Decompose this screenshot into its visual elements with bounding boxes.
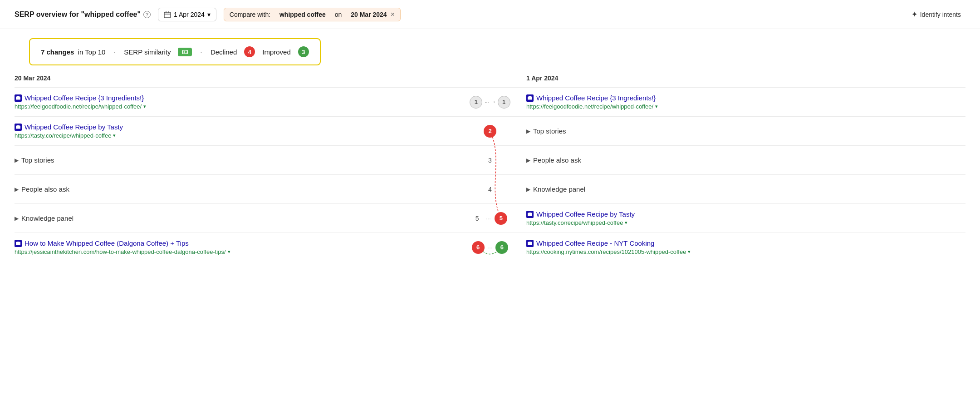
page-title: SERP overview for "whipped coffee" ?: [15, 10, 151, 19]
right-url-link[interactable]: https://tasty.co/recipe/whipped-coffee ▾: [526, 219, 965, 226]
chevron-down-icon: ▾: [207, 11, 211, 18]
feature-expand-icon[interactable]: ▶: [526, 157, 530, 163]
left-url-link[interactable]: https://feelgoodfoodie.net/recipe/whippe…: [15, 103, 463, 110]
left-title-link[interactable]: How to Make Whipped Coffee (Dalgona Coff…: [15, 239, 463, 247]
left-cell: Whipped Coffee Recipe by Tasty https://t…: [15, 123, 463, 139]
right-feature: ▶ People also ask: [526, 156, 965, 164]
rank-right-bubble: 5: [495, 212, 507, 225]
left-cell: ▶ Knowledge panel: [15, 214, 463, 222]
left-cell: ▶ People also ask: [15, 185, 463, 193]
left-feature: ▶ Knowledge panel: [15, 214, 463, 222]
comparison-area: 20 Mar 2024 1 Apr 2024 Whipped Coffee Re…: [0, 74, 980, 262]
right-cell: ▶ Top stories: [517, 127, 965, 135]
summary-box: 7 changes in Top 10 · SERP similarity 83…: [29, 38, 321, 65]
feature-name: Knowledge panel: [533, 185, 585, 193]
right-title-link[interactable]: Whipped Coffee Recipe by Tasty: [526, 210, 965, 218]
column-headers: 20 Mar 2024 1 Apr 2024: [15, 74, 965, 82]
identify-icon: ✦: [911, 10, 917, 19]
left-title-link[interactable]: Whipped Coffee Recipe {3 Ingredients!}: [15, 94, 463, 102]
date-picker-button[interactable]: 1 Apr 2024 ▾: [158, 8, 216, 21]
improved-count: 3: [298, 46, 309, 57]
feature-expand-icon[interactable]: ▶: [15, 186, 19, 193]
rank-left-num: 4: [485, 186, 495, 193]
right-url-link[interactable]: https://feelgoodfoodie.net/recipe/whippe…: [526, 103, 965, 110]
dotted-arrow: ···→: [484, 97, 495, 107]
right-title-link[interactable]: Whipped Coffee Recipe {3 Ingredients!}: [526, 94, 965, 102]
left-url-link[interactable]: https://jessicainthekitchen.com/how-to-m…: [15, 248, 463, 255]
compare-on: on: [335, 11, 342, 18]
serp-row: ▶ Knowledge panel 5 ··· 5 Whipped Coffee…: [15, 203, 965, 233]
close-compare-button[interactable]: ×: [391, 11, 395, 18]
page-icon: [15, 94, 22, 102]
url-text: https://feelgoodfoodie.net/recipe/whippe…: [15, 103, 142, 110]
page-icon: [526, 240, 534, 247]
middle-cell: 2: [463, 125, 517, 138]
changes-text: 7 changes in Top 10: [41, 48, 105, 56]
selected-date: 1 Apr 2024: [174, 11, 205, 18]
dropdown-icon[interactable]: ▾: [143, 104, 146, 109]
feature-expand-icon[interactable]: ▶: [15, 215, 19, 222]
page-header: SERP overview for "whipped coffee" ? 1 A…: [0, 0, 980, 29]
dropdown-icon[interactable]: ▾: [688, 249, 691, 255]
left-title-link[interactable]: Whipped Coffee Recipe by Tasty: [15, 123, 463, 131]
declined-label: Declined: [211, 48, 237, 56]
compare-keyword: whipped coffee: [279, 11, 326, 18]
feature-name: Top stories: [533, 127, 566, 135]
page-icon: [526, 211, 534, 218]
feature-name: Top stories: [21, 156, 54, 164]
feature-expand-icon[interactable]: ▶: [526, 186, 530, 193]
right-url-link[interactable]: https://cooking.nytimes.com/recipes/1021…: [526, 248, 965, 255]
separator-1: ·: [113, 47, 116, 57]
url-text: https://cooking.nytimes.com/recipes/1021…: [526, 248, 686, 255]
rows-container: Whipped Coffee Recipe {3 Ingredients!} h…: [15, 87, 965, 262]
right-cell: Whipped Coffee Recipe {3 Ingredients!} h…: [517, 94, 965, 110]
right-cell: ▶ Knowledge panel: [517, 185, 965, 193]
rank-left-num: 5: [473, 215, 482, 222]
right-title-link[interactable]: Whipped Coffee Recipe - NYT Cooking: [526, 239, 965, 247]
title-text: Whipped Coffee Recipe by Tasty: [24, 123, 123, 131]
page-icon: [15, 240, 22, 247]
declined-count: 4: [244, 46, 255, 57]
feature-name: People also ask: [21, 185, 69, 193]
similarity-score: 83: [178, 48, 191, 56]
feature-expand-icon[interactable]: ▶: [526, 128, 530, 134]
compare-date: 20 Mar 2024: [351, 11, 387, 18]
rank-right-bubble: 1: [498, 96, 510, 109]
separator-2: ·: [200, 47, 202, 57]
left-cell: How to Make Whipped Coffee (Dalgona Coff…: [15, 239, 463, 255]
url-text: https://tasty.co/recipe/whipped-coffee: [526, 219, 623, 226]
right-column-header: 1 Apr 2024: [517, 74, 965, 82]
dropdown-icon[interactable]: ▾: [625, 220, 627, 226]
middle-cell: 4: [463, 186, 517, 193]
middle-cell: 6 ··· 6: [463, 241, 517, 254]
title-text: Whipped Coffee Recipe {3 Ingredients!}: [536, 94, 656, 102]
right-feature: ▶ Knowledge panel: [526, 185, 965, 193]
serp-row: Whipped Coffee Recipe by Tasty https://t…: [15, 116, 965, 145]
right-cell: ▶ People also ask: [517, 156, 965, 164]
middle-cell: 5 ··· 5: [463, 212, 517, 225]
dropdown-icon[interactable]: ▾: [228, 249, 230, 255]
spacer: ···: [485, 214, 491, 222]
similarity-text: SERP similarity: [124, 48, 171, 56]
dropdown-icon[interactable]: ▾: [113, 133, 116, 139]
feature-expand-icon[interactable]: ▶: [15, 157, 19, 163]
rank-left-bubble: 2: [484, 125, 496, 138]
serp-row: Whipped Coffee Recipe {3 Ingredients!} h…: [15, 87, 965, 116]
rank-left-num: 3: [485, 157, 495, 164]
serp-row: ▶ Top stories 3 ▶ People also ask: [15, 145, 965, 174]
left-feature: ▶ Top stories: [15, 156, 463, 164]
identify-intents-button[interactable]: ✦ Identify intents: [907, 7, 965, 21]
left-url-link[interactable]: https://tasty.co/recipe/whipped-coffee ▾: [15, 132, 463, 139]
title-text: Whipped Coffee Recipe by Tasty: [536, 210, 635, 218]
svg-rect-0: [164, 12, 171, 18]
title-text: Whipped Coffee Recipe - NYT Cooking: [536, 239, 654, 247]
title-text: How to Make Whipped Coffee (Dalgona Coff…: [24, 239, 189, 247]
title-text: SERP overview for "whipped coffee": [15, 10, 141, 19]
left-feature: ▶ People also ask: [15, 185, 463, 193]
page-icon: [15, 124, 22, 131]
right-feature: ▶ Top stories: [526, 127, 965, 135]
identify-label: Identify intents: [920, 11, 961, 18]
dropdown-icon[interactable]: ▾: [655, 104, 658, 109]
help-icon[interactable]: ?: [143, 11, 151, 18]
left-column-header: 20 Mar 2024: [15, 74, 463, 82]
